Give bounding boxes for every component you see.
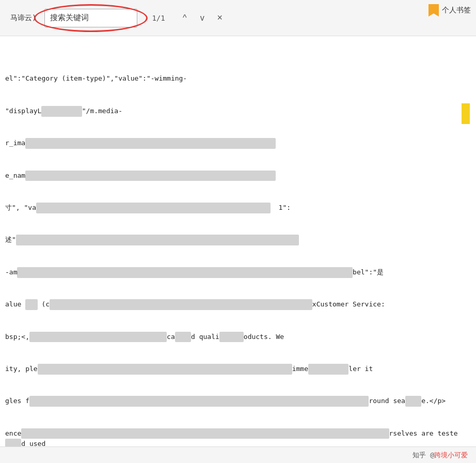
search-count: 1/1 (152, 14, 165, 22)
nav-buttons: ^ v × (178, 11, 227, 25)
blur-span (175, 332, 191, 343)
prev-button[interactable]: ^ (178, 11, 192, 25)
text-line: -am bel":"是 (5, 267, 468, 278)
next-button[interactable]: v (195, 11, 210, 25)
blur-span (29, 332, 167, 343)
text-line: 述" (5, 235, 468, 245)
blur-span (41, 106, 82, 117)
bookmark-icon (429, 4, 439, 17)
blur-span (308, 364, 348, 375)
text-line: 寸", "va 1": (5, 203, 468, 213)
bookmark-area: 个人书签 (429, 4, 471, 17)
blur-span (25, 171, 276, 181)
blur-span (50, 299, 312, 310)
text-line: el":"Category (item-type)","value":"-wim… (5, 73, 468, 84)
content-text: el":"Category (item-type)","value":"-wim… (5, 41, 468, 463)
close-button[interactable]: × (213, 11, 227, 25)
brand-highlight: 跨境小可爱 (434, 451, 468, 459)
blur-span (29, 396, 369, 407)
text-line: alue (c xCustomer Service: (5, 299, 468, 310)
content-area: el":"Category (item-type)","value":"-wim… (0, 36, 476, 463)
blur-span (36, 203, 271, 213)
bookmark-label: 个人书签 (442, 6, 471, 15)
text-line: "displayL "/m.media- (5, 106, 468, 117)
blur-span (25, 138, 276, 149)
window-title: 马谛云) (10, 13, 36, 23)
blur-span (16, 235, 299, 245)
text-line: ity, ple imme ler it (5, 364, 468, 375)
text-line: gles f round sea e.</p> (5, 396, 468, 407)
blur-span (219, 332, 244, 343)
blur-span (25, 299, 37, 310)
bottom-brand: 知乎 @跨境小可爱 (412, 451, 468, 460)
blur-span (405, 396, 421, 407)
text-line: r_ima (5, 138, 468, 149)
blur-span (21, 428, 389, 439)
blur-span (38, 364, 292, 375)
top-bar: 马谛云) 1/1 ^ v × (0, 0, 476, 36)
search-box-wrapper (44, 9, 137, 27)
search-input[interactable] (44, 9, 137, 27)
bottom-bar: 知乎 @跨境小可爱 (0, 446, 476, 463)
text-line: e_nam (5, 171, 468, 181)
sticky-note (462, 103, 470, 124)
blur-span (17, 267, 353, 278)
text-line: bsp;<, ca d quali oducts. We (5, 332, 468, 343)
